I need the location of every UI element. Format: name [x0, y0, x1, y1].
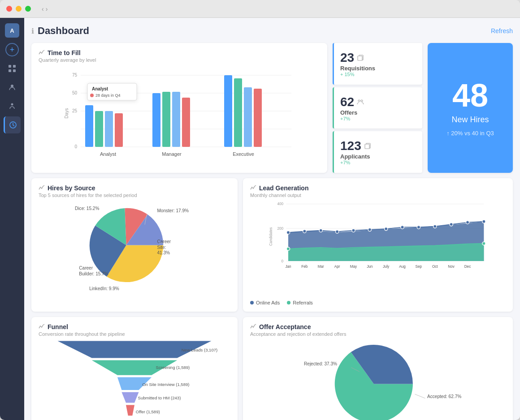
svg-text:Submitted to HM (243): Submitted to HM (243)	[138, 395, 181, 400]
svg-marker-88	[126, 405, 134, 416]
forward-icon[interactable]: ›	[46, 5, 48, 13]
svg-point-70	[286, 247, 290, 250]
svg-point-59	[319, 229, 322, 232]
sidebar-add-button[interactable]: +	[5, 43, 19, 56]
svg-point-66	[433, 225, 437, 228]
svg-rect-0	[9, 65, 11, 68]
time-to-fill-card: Time to Fill Quarterly average by level	[31, 43, 327, 173]
sidebar-item-people[interactable]	[4, 79, 21, 96]
offers-label: Offers	[340, 109, 416, 116]
svg-line-97	[415, 394, 425, 398]
hires-by-source-card: Hires by Source Top 5 sources of hires f…	[31, 178, 238, 312]
lead-gen-chart: 400 200 0 Candidates	[250, 198, 506, 296]
svg-rect-3	[13, 69, 16, 72]
last-row: Funnel Conversion rate throughout the pi…	[31, 317, 513, 420]
svg-point-38	[361, 100, 363, 102]
svg-rect-17	[85, 105, 93, 147]
funnel-subtitle: Conversion rate throughout the pipeline	[39, 331, 230, 337]
svg-point-71	[482, 242, 485, 245]
svg-text:Rejected: 37.3%: Rejected: 37.3%	[304, 361, 337, 366]
lead-gen-legend: Online Ads Referrals	[250, 300, 506, 305]
hires-by-source-chart: Monster: 17.9% Career Site: 41.3% Dice: …	[39, 198, 230, 296]
svg-text:Mar: Mar	[318, 265, 324, 269]
svg-text:50: 50	[72, 90, 78, 95]
sidebar-item-person[interactable]	[4, 98, 21, 115]
svg-text:Nov: Nov	[448, 265, 455, 269]
requisitions-stat: 23 Requisitions + 15%	[333, 43, 422, 85]
svg-text:Apr: Apr	[334, 265, 340, 269]
svg-point-34	[90, 94, 94, 97]
svg-rect-32	[87, 83, 137, 100]
svg-text:Analyst: Analyst	[92, 86, 108, 91]
svg-point-58	[303, 230, 306, 233]
sidebar-item-dashboard[interactable]	[4, 60, 21, 77]
svg-rect-36	[358, 56, 362, 60]
svg-rect-23	[162, 92, 170, 147]
app-window: ‹ › A + ℹ	[0, 0, 520, 420]
referrals-legend: Referrals	[287, 300, 313, 305]
hires-by-source-title: Hires by Source	[39, 184, 230, 192]
svg-text:Accepted: 62.7%: Accepted: 62.7%	[427, 394, 461, 399]
middle-row: Hires by Source Top 5 sources of hires f…	[31, 178, 513, 312]
sidebar-item-clock[interactable]	[4, 116, 21, 133]
minimize-button[interactable]	[16, 6, 22, 12]
svg-text:Career: Career	[79, 266, 93, 270]
svg-rect-20	[115, 113, 123, 147]
svg-rect-27	[224, 75, 232, 147]
page-title-row: ℹ Dashboard	[31, 25, 89, 37]
svg-point-68	[466, 221, 469, 224]
page-title: Dashboard	[38, 25, 89, 37]
requisitions-label: Requisitions	[340, 65, 416, 72]
offer-acceptance-chart: Rejected: 37.3% Accepted: 62.7%	[250, 337, 506, 420]
requisitions-change: + 15%	[340, 72, 416, 77]
svg-text:0: 0	[282, 259, 284, 263]
close-button[interactable]	[6, 6, 12, 12]
svg-text:July: July	[383, 265, 390, 269]
svg-text:Analyst: Analyst	[100, 151, 116, 157]
applicants-change: +7%	[340, 160, 416, 165]
svg-point-5	[11, 103, 13, 106]
svg-text:28 days in Q4: 28 days in Q4	[95, 93, 121, 98]
svg-point-57	[286, 231, 290, 234]
svg-text:Dec: Dec	[464, 265, 471, 269]
new-hires-change: ↑ 20% vs 40 in Q3	[446, 130, 494, 137]
funnel-chart: New Leads (3,107) Screening (1,589) On S…	[39, 337, 230, 420]
svg-rect-30	[254, 89, 262, 147]
svg-text:May: May	[350, 265, 357, 269]
svg-text:25: 25	[72, 108, 78, 113]
svg-rect-25	[182, 98, 190, 147]
stats-panel: 23 Requisitions + 15% 62 Offers +7%	[333, 43, 422, 173]
svg-text:Screening (1,589): Screening (1,589)	[156, 365, 190, 370]
new-hires-number: 48	[452, 79, 488, 111]
svg-point-37	[358, 100, 360, 102]
online-ads-legend: Online Ads	[250, 300, 280, 305]
svg-text:Oct: Oct	[432, 265, 438, 269]
svg-text:Builder: 15.7%: Builder: 15.7%	[79, 271, 108, 276]
funnel-card: Funnel Conversion rate throughout the pi…	[31, 317, 238, 420]
info-icon: ℹ	[31, 27, 34, 35]
svg-rect-18	[95, 111, 103, 147]
applicants-icon	[364, 142, 371, 150]
offer-acceptance-title: Offer Acceptance	[250, 323, 506, 330]
svg-text:Manager: Manager	[162, 151, 182, 157]
back-icon[interactable]: ‹	[42, 5, 44, 13]
svg-text:Jan: Jan	[285, 265, 291, 269]
svg-point-63	[385, 227, 388, 230]
requisitions-number: 23	[340, 51, 354, 65]
offers-stat: 62 Offers +7%	[333, 87, 422, 129]
svg-point-69	[482, 220, 485, 223]
applicants-stat: 123 Applicants +7%	[333, 131, 422, 173]
svg-point-64	[401, 226, 404, 229]
svg-text:On Site Interview (1,589): On Site Interview (1,589)	[142, 382, 189, 387]
svg-rect-19	[105, 111, 113, 147]
svg-rect-22	[152, 93, 160, 147]
svg-point-65	[417, 226, 420, 229]
svg-text:Site:: Site:	[157, 245, 166, 250]
svg-text:41.3%: 41.3%	[157, 251, 170, 256]
svg-text:0: 0	[74, 144, 77, 149]
maximize-button[interactable]	[25, 6, 31, 12]
svg-text:LinkedIn: 9.9%: LinkedIn: 9.9%	[89, 286, 119, 291]
refresh-button[interactable]: Refresh	[491, 27, 513, 34]
page-header: ℹ Dashboard Refresh	[31, 25, 513, 37]
svg-rect-28	[234, 78, 242, 147]
